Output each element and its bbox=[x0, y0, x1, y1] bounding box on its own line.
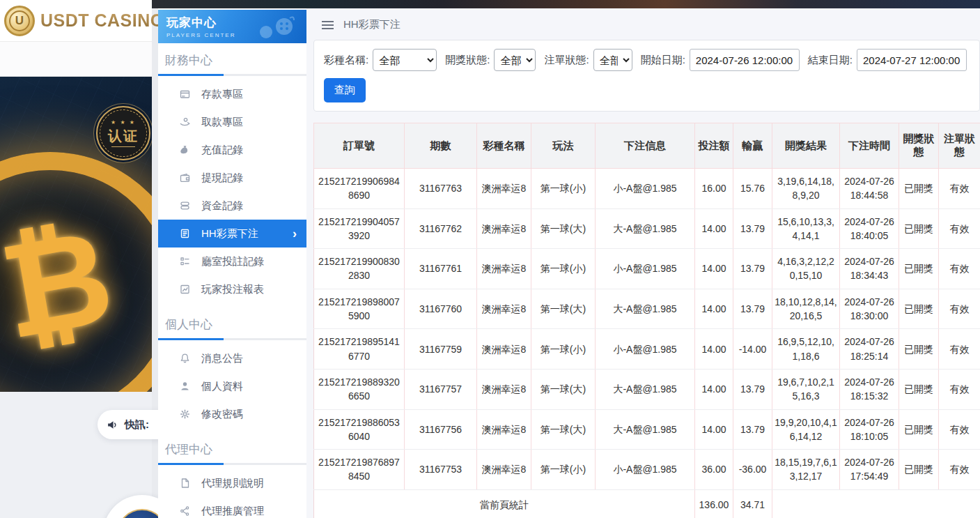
table-cell: 小-A盤@1.985 bbox=[596, 169, 695, 209]
table-row: 215217219904057392031167762澳洲幸运8第一球(大)大-… bbox=[314, 208, 980, 249]
table-cell: 澳洲幸运8 bbox=[477, 329, 531, 370]
funds-record-icon bbox=[179, 200, 192, 211]
filter-panel: 彩種名稱: 全部 開獎狀態: 全部 注單狀態: 全部 開始日期: 結束日期: 查… bbox=[313, 40, 980, 112]
table-cell: 36.00 bbox=[695, 450, 733, 490]
lottery-name-select[interactable]: 全部 bbox=[373, 49, 437, 71]
sidebar-item-玩家投注報表[interactable]: 玩家投注報表 bbox=[158, 275, 306, 303]
table-cell: 大-A盤@1.985 bbox=[596, 409, 695, 450]
start-date-input[interactable] bbox=[690, 49, 800, 71]
end-date-input[interactable] bbox=[857, 49, 967, 71]
sidebar-item-label: 消息公告 bbox=[201, 352, 243, 365]
table-cell: 2152172198768978450 bbox=[314, 450, 405, 490]
sidebar-item-label: HH彩票下注 bbox=[201, 227, 258, 241]
sidebar-item-取款專區[interactable]: 取款專區 bbox=[158, 108, 306, 136]
table-cell: 31167756 bbox=[405, 409, 477, 450]
search-button[interactable]: 查詢 bbox=[324, 78, 366, 102]
column-header: 下注時間 bbox=[840, 123, 899, 169]
sidebar-item-代理規則說明[interactable]: 代理規則說明 bbox=[158, 469, 306, 497]
table-cell: 15,6,10,13,3,4,14,1 bbox=[772, 208, 840, 249]
table-cell: 有效 bbox=[939, 169, 980, 209]
table-cell: 第一球(小) bbox=[531, 249, 596, 289]
table-cell: 澳洲幸运8 bbox=[477, 369, 531, 409]
sidebar-item-修改密碼[interactable]: 修改密碼 bbox=[158, 400, 306, 428]
column-header: 開獎狀態 bbox=[899, 123, 939, 169]
sidebar-item-存款專區[interactable]: 存款專區 bbox=[158, 80, 306, 108]
chevron-right-icon: › bbox=[293, 227, 297, 240]
menu-list: 消息公告個人資料修改密碼 bbox=[158, 340, 306, 432]
table-cell: 2024-07-26 18:10:05 bbox=[840, 409, 899, 450]
table-cell: 16.00 bbox=[695, 169, 733, 209]
sidebar-item-提現記錄[interactable]: 提現記錄 bbox=[158, 164, 306, 192]
logo-text: USDT CASINO bbox=[40, 10, 164, 31]
sidebar-item-代理推廣管理[interactable]: 代理推廣管理 bbox=[158, 497, 306, 518]
table-cell: 31167760 bbox=[405, 289, 477, 329]
menu-toggle-icon[interactable] bbox=[320, 20, 335, 31]
sidebar-item-label: 廳室投註記錄 bbox=[201, 255, 264, 268]
password-gear-icon bbox=[179, 409, 192, 420]
sidebar-item-label: 資金記錄 bbox=[201, 199, 243, 213]
announcement-bell-icon bbox=[179, 353, 192, 364]
table-cell: 有效 bbox=[939, 289, 980, 329]
table-cell: 31167759 bbox=[405, 329, 477, 370]
table-cell: 澳洲幸运8 bbox=[477, 208, 531, 249]
table-cell: 大-A盤@1.985 bbox=[596, 289, 695, 329]
section-title: 財務中心 bbox=[158, 43, 306, 74]
table-cell: 13.79 bbox=[733, 289, 772, 329]
table-cell: 2024-07-26 17:54:49 bbox=[840, 450, 899, 490]
table-cell: 14.00 bbox=[695, 289, 733, 329]
section-title: 代理中心 bbox=[158, 432, 306, 463]
summary-label: 當前頁統計 bbox=[314, 489, 695, 518]
draw-status-select[interactable]: 全部 bbox=[494, 49, 536, 71]
sidebar-item-廳室投註記錄[interactable]: 廳室投註記錄 bbox=[158, 247, 306, 275]
sidebar-item-資金記錄[interactable]: 資金記錄 bbox=[158, 192, 306, 220]
table-cell: 13.79 bbox=[733, 369, 772, 409]
table-row: 215217219876897845031167753澳洲幸运8第一球(小)小-… bbox=[314, 450, 980, 490]
table-cell: 14.00 bbox=[695, 409, 733, 450]
table-cell: 2152172198893206650 bbox=[314, 369, 405, 409]
sidebar-item-充值記錄[interactable]: 充值記錄 bbox=[158, 136, 306, 164]
draw-status-label: 開獎狀態: bbox=[445, 54, 490, 67]
table-cell: 18,10,12,8,14,20,16,5 bbox=[772, 289, 840, 329]
promo-gap bbox=[0, 42, 152, 77]
sidebar-item-label: 代理推廣管理 bbox=[201, 505, 264, 518]
sidebar-section: 代理中心代理規則說明代理推廣管理 bbox=[158, 432, 306, 518]
table-cell: 澳洲幸运8 bbox=[477, 289, 531, 329]
agent-rules-doc-icon bbox=[179, 478, 192, 489]
summary-win-total: 34.71 bbox=[733, 489, 772, 518]
table-cell: 14.00 bbox=[695, 249, 733, 289]
table-cell: 2024-07-26 18:15:32 bbox=[840, 369, 899, 409]
table-cell: 2024-07-26 18:40:05 bbox=[840, 208, 899, 249]
player-report-icon bbox=[179, 284, 192, 295]
sidebar-item-個人資料[interactable]: 個人資料 bbox=[158, 372, 306, 400]
sidebar-item-label: 代理規則說明 bbox=[201, 477, 264, 490]
table-row: 215217219906984869031167763澳洲幸运8第一球(小)小-… bbox=[314, 169, 980, 209]
filter-actions: 查詢 bbox=[324, 78, 971, 102]
badge-ring bbox=[100, 109, 147, 157]
table-cell: 已開獎 bbox=[899, 208, 939, 249]
table-cell: 2024-07-26 18:34:43 bbox=[840, 249, 899, 289]
sidebar-item-label: 修改密碼 bbox=[201, 408, 243, 421]
site-logo[interactable]: U USDT CASINO bbox=[0, 0, 152, 42]
sidebar-item-HH彩票下注[interactable]: HH彩票下注› bbox=[158, 220, 306, 247]
table-cell: 已開獎 bbox=[899, 369, 939, 409]
table-cell: 19,9,20,10,4,16,14,12 bbox=[772, 409, 840, 450]
sidebar-item-label: 玩家投注報表 bbox=[201, 283, 264, 296]
table-cell: 第一球(大) bbox=[531, 289, 596, 329]
sidebar-item-消息公告[interactable]: 消息公告 bbox=[158, 344, 306, 372]
table-cell: 有效 bbox=[939, 208, 980, 249]
main-content: HH彩票下注 彩種名稱: 全部 開獎狀態: 全部 注單狀態: 全部 開始日期: … bbox=[306, 8, 980, 518]
bet-status-select[interactable]: 全部 bbox=[593, 49, 632, 71]
table-cell: 2152172199008302830 bbox=[314, 249, 405, 289]
bitcoin-banner-image: ₿ ★ ★ ★ 认证 bbox=[0, 77, 152, 392]
withdraw-hand-icon bbox=[179, 116, 192, 128]
column-header: 輸贏 bbox=[733, 123, 772, 169]
section-underline bbox=[158, 338, 306, 340]
bets-table: 訂單號期數彩種名稱玩法下注信息投注額輸贏開獎結果下注時間開獎狀態注單狀態 215… bbox=[313, 123, 980, 518]
table-cell: 小-A盤@1.985 bbox=[596, 329, 695, 370]
deposit-card-icon bbox=[179, 89, 192, 100]
promo-column: U USDT CASINO ₿ ★ ★ ★ 认证 快訊: bbox=[0, 0, 152, 518]
usdt-coin-icon: U bbox=[4, 6, 35, 36]
main-header: HH彩票下注 bbox=[306, 8, 980, 31]
table-cell: 14.00 bbox=[695, 369, 733, 409]
table-cell: 已開獎 bbox=[899, 329, 939, 370]
